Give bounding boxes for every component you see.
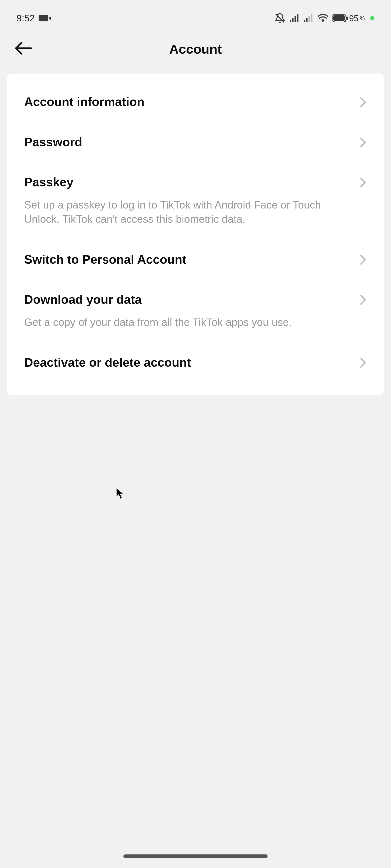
mute-icon	[274, 13, 285, 24]
battery-value: 95	[349, 13, 359, 23]
battery-icon	[332, 14, 348, 22]
item-title: Passkey	[24, 175, 355, 189]
home-indicator[interactable]	[123, 855, 268, 858]
password-item[interactable]: Password	[24, 122, 367, 162]
account-information-item[interactable]: Account information	[24, 84, 367, 122]
item-title: Password	[24, 134, 355, 149]
item-description: Get a copy of your data from all the Tik…	[24, 315, 355, 330]
signal-icon-2	[304, 14, 313, 23]
chevron-right-icon	[359, 254, 367, 266]
item-description: Set up a passkey to log in to TikTok wit…	[24, 198, 355, 226]
switch-personal-account-item[interactable]: Switch to Personal Account	[24, 239, 367, 280]
wifi-icon	[318, 14, 328, 23]
privacy-indicator-dot	[370, 16, 374, 20]
back-button[interactable]	[13, 40, 33, 57]
item-title: Switch to Personal Account	[24, 252, 355, 267]
download-data-item[interactable]: Download your data Get a copy of your da…	[24, 279, 367, 342]
page-title: Account	[169, 41, 222, 57]
chevron-right-icon	[359, 294, 367, 306]
passkey-item[interactable]: Passkey Set up a passkey to log in to Ti…	[24, 162, 367, 239]
svg-rect-11	[347, 17, 348, 20]
item-title: Deactivate or delete account	[24, 355, 355, 370]
settings-card: Account information Password Passkey Set…	[7, 73, 384, 395]
svg-rect-1	[290, 20, 291, 22]
status-time: 9:52	[17, 13, 35, 24]
chevron-right-icon	[359, 177, 367, 189]
deactivate-delete-account-item[interactable]: Deactivate or delete account	[24, 342, 367, 382]
svg-rect-7	[308, 16, 310, 22]
video-recording-icon	[38, 15, 48, 22]
nav-bar: Account	[0, 29, 391, 73]
item-title: Download your data	[24, 292, 355, 307]
svg-rect-4	[297, 14, 299, 22]
battery-percent-symbol: %	[360, 15, 365, 22]
chevron-right-icon	[359, 137, 367, 149]
svg-rect-10	[333, 15, 345, 21]
svg-rect-3	[295, 16, 296, 22]
svg-rect-5	[304, 20, 305, 22]
status-bar: 9:52	[0, 0, 391, 29]
signal-icon-1	[290, 14, 299, 23]
svg-rect-6	[306, 18, 308, 22]
svg-rect-8	[311, 14, 312, 22]
chevron-right-icon	[359, 97, 367, 108]
item-title: Account information	[24, 94, 355, 109]
chevron-right-icon	[359, 358, 367, 369]
svg-rect-2	[292, 18, 294, 22]
